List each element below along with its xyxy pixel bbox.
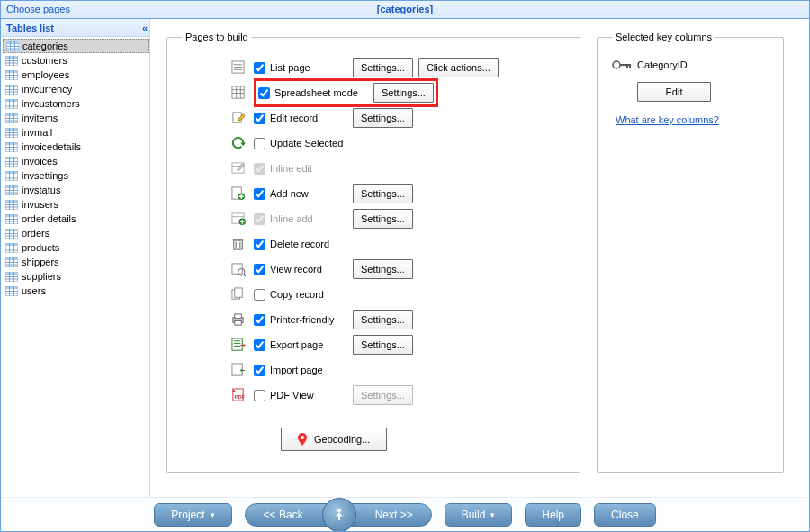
click-actions-button[interactable]: Click actions...	[418, 58, 499, 77]
checkbox-viewrec[interactable]	[254, 264, 266, 275]
checkbox-spreadsheet[interactable]	[258, 87, 270, 99]
checkbox-import[interactable]	[254, 365, 266, 376]
label-list: List page	[270, 62, 310, 73]
pdf-icon: PDF	[230, 387, 247, 403]
table-label: invsettings	[22, 170, 68, 181]
page-row-printer: Printer-friendlySettings...	[230, 307, 565, 332]
run-icon[interactable]	[322, 498, 356, 532]
next-button[interactable]: Next >>	[351, 503, 432, 527]
table-item-suppliers[interactable]: suppliers	[3, 269, 149, 284]
label-import: Import page	[270, 365, 323, 375]
settings-viewrec-button[interactable]: Settings...	[353, 259, 413, 279]
table-item-invoices[interactable]: invoices	[3, 154, 149, 168]
settings-inlineadd-button[interactable]: Settings...	[353, 209, 413, 229]
close-button[interactable]: Close	[594, 503, 656, 527]
copyrec-icon	[230, 286, 247, 302]
svg-rect-103	[5, 286, 18, 289]
table-icon	[5, 257, 18, 267]
settings-editrec-button[interactable]: Settings...	[353, 108, 413, 128]
label-inlineadd: Inline add	[270, 213, 313, 224]
page-row-pdf: PDFPDF ViewSettings...	[230, 383, 565, 408]
project-button[interactable]: Project▾	[154, 503, 231, 527]
checkbox-copyrec[interactable]	[254, 289, 266, 301]
table-label: invusers	[22, 199, 58, 210]
checkbox-printer[interactable]	[254, 314, 266, 326]
checkbox-list[interactable]	[254, 62, 266, 74]
svg-rect-13	[5, 70, 18, 73]
import-icon	[230, 362, 247, 378]
settings-printer-button[interactable]: Settings...	[353, 310, 413, 329]
table-icon	[5, 272, 18, 282]
help-button[interactable]: Help	[525, 503, 581, 527]
table-item-shippers[interactable]: shippers	[3, 255, 149, 269]
table-item-employees[interactable]: employees	[3, 68, 149, 82]
label-inlineedit: Inline edit	[270, 163, 312, 174]
checkbox-addnew[interactable]	[254, 188, 266, 200]
checkbox-inlineedit	[254, 163, 266, 175]
table-icon	[5, 128, 18, 138]
checkbox-updsel[interactable]	[254, 138, 266, 149]
table-icon	[5, 200, 18, 210]
table-label: invstatus	[22, 185, 60, 195]
table-item-invcurrency[interactable]: invcurrency	[3, 82, 149, 96]
table-item-order-details[interactable]: order details	[3, 212, 149, 226]
svg-rect-91	[5, 257, 18, 260]
table-item-orders[interactable]: orders	[3, 226, 149, 240]
page-row-list: List pageSettings...Click actions...	[230, 55, 565, 80]
svg-rect-143	[626, 64, 628, 68]
geocoding-button[interactable]: Geocoding...	[281, 428, 387, 451]
table-label: invoices	[22, 156, 58, 167]
table-label: invcurrency	[22, 84, 72, 95]
updsel-icon	[230, 135, 247, 151]
key-help-link[interactable]: What are key columns?	[616, 114, 719, 125]
table-item-invusers[interactable]: invusers	[3, 197, 149, 212]
table-item-customers[interactable]: customers	[3, 53, 149, 68]
table-item-invcustomers[interactable]: invcustomers	[3, 96, 149, 111]
table-item-invmail[interactable]: invmail	[3, 125, 149, 140]
table-item-products[interactable]: products	[3, 240, 149, 255]
back-button[interactable]: << Back	[245, 503, 328, 527]
caret-down-icon: ▾	[490, 510, 495, 519]
table-item-categories[interactable]: categories	[3, 39, 149, 53]
table-icon	[5, 185, 18, 195]
table-item-users[interactable]: users	[3, 284, 149, 298]
table-label: invcustomers	[22, 98, 80, 109]
checkbox-delrec[interactable]	[254, 239, 266, 250]
map-pin-icon	[298, 433, 307, 446]
spreadsheet-highlight: Spreadsheet modeSettings...	[254, 78, 438, 107]
pages-legend: Pages to build	[182, 32, 252, 42]
checkbox-editrec[interactable]	[254, 113, 266, 124]
table-icon	[5, 214, 18, 224]
edit-key-button[interactable]: Edit	[637, 82, 711, 102]
page-row-inlineedit: Inline edit	[230, 156, 565, 181]
settings-list-button[interactable]: Settings...	[353, 58, 413, 77]
build-button[interactable]: Build▾	[445, 503, 513, 527]
collapse-icon[interactable]: «	[142, 23, 146, 33]
table-icon	[5, 171, 18, 181]
table-icon	[5, 113, 18, 123]
table-label: categories	[22, 41, 68, 51]
svg-rect-1	[6, 41, 19, 44]
table-item-invstatus[interactable]: invstatus	[3, 183, 149, 197]
svg-rect-73	[5, 214, 18, 217]
label-pdf: PDF View	[270, 390, 314, 401]
table-item-invoicedetails[interactable]: invoicedetails	[3, 140, 149, 154]
svg-rect-67	[5, 200, 18, 203]
page-row-editrec: Edit recordSettings...	[230, 105, 565, 131]
table-label: order details	[22, 213, 76, 224]
settings-addnew-button[interactable]: Settings...	[353, 184, 413, 203]
svg-point-141	[613, 61, 620, 68]
table-label: employees	[22, 69, 69, 80]
svg-rect-85	[5, 243, 18, 246]
addnew-icon	[230, 185, 247, 202]
tables-header: Tables list «	[1, 19, 149, 37]
table-label: shippers	[22, 257, 59, 267]
table-icon	[5, 229, 18, 239]
checkbox-pdf[interactable]	[254, 390, 266, 401]
settings-export-button[interactable]: Settings...	[353, 335, 413, 355]
table-item-invsettings[interactable]: invsettings	[3, 168, 149, 183]
checkbox-export[interactable]	[254, 339, 266, 351]
table-item-invitems[interactable]: invitems	[3, 111, 149, 125]
export-icon	[230, 337, 247, 353]
settings-spreadsheet-button[interactable]: Settings...	[374, 83, 434, 103]
